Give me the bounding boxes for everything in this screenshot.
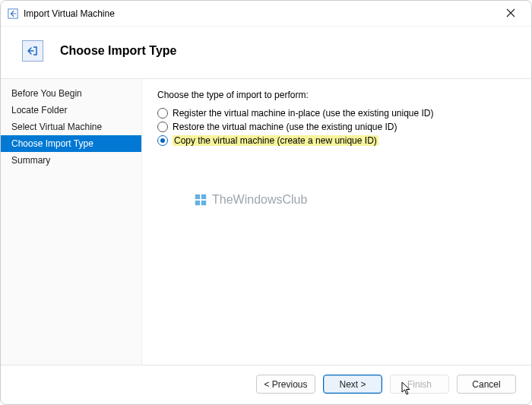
close-button[interactable] [499,8,522,20]
sidebar-item-before-you-begin[interactable]: Before You Begin [1,85,141,102]
previous-button[interactable]: < Previous [256,375,315,394]
radio-icon [157,135,168,146]
svg-rect-2 [201,195,206,199]
svg-rect-1 [195,195,200,199]
cancel-button[interactable]: Cancel [457,375,516,394]
finish-button: Finish [390,375,449,394]
watermark-text: TheWindowsClub [212,193,307,207]
window-title: Import Virtual Machine [24,8,499,19]
radio-icon [157,122,168,132]
sidebar-item-choose-import-type[interactable]: Choose Import Type [1,135,141,152]
sidebar-item-select-virtual-machine[interactable]: Select Virtual Machine [1,119,141,135]
import-prompt: Choose the type of import to perform: [157,90,516,100]
import-icon [7,8,19,20]
radio-copy[interactable]: Copy the virtual machine (create a new u… [157,135,516,146]
radio-label: Copy the virtual machine (create a new u… [173,135,378,146]
wizard-body: Before You Begin Locate Folder Select Vi… [1,79,531,365]
titlebar: Import Virtual Machine [1,1,531,27]
radio-label: Register the virtual machine in-place (u… [173,108,434,119]
radio-restore[interactable]: Restore the virtual machine (use the exi… [157,122,516,132]
sidebar-item-locate-folder[interactable]: Locate Folder [1,102,141,119]
wizard-main: Choose the type of import to perform: Re… [142,79,531,365]
watermark: TheWindowsClub [194,193,307,207]
sidebar-item-summary[interactable]: Summary [1,152,141,169]
watermark-logo-icon [194,193,207,207]
radio-register-in-place[interactable]: Register the virtual machine in-place (u… [157,108,516,119]
svg-rect-4 [201,201,206,205]
radio-icon [157,108,168,119]
svg-rect-3 [195,201,200,205]
page-title: Choose Import Type [60,44,177,58]
wizard-sidebar: Before You Begin Locate Folder Select Vi… [1,79,142,365]
next-button[interactable]: Next > [323,375,382,394]
wizard-header-icon [22,40,43,62]
radio-label: Restore the virtual machine (use the exi… [173,122,397,132]
wizard-window: Import Virtual Machine Choose Import Typ… [0,0,532,405]
wizard-header: Choose Import Type [1,27,531,79]
wizard-footer: < Previous Next > Finish Cancel [1,365,531,404]
